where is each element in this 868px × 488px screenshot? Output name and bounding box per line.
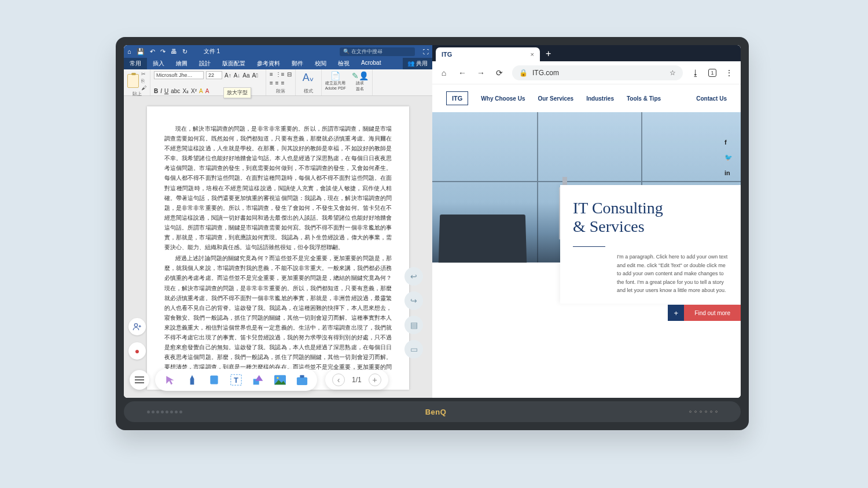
tab-close-icon[interactable]: × [531,51,534,58]
bullet-list-icon[interactable]: ≡ [270,71,273,77]
share-button[interactable]: 👥 共用 [403,58,432,69]
undo-arrow-button[interactable]: ↩ [404,267,423,286]
font-family-select[interactable]: Microsoft Jhe… [154,71,204,79]
tab-design[interactable]: 設計 [193,58,216,69]
pen-tool[interactable] [185,373,199,387]
linkedin-icon[interactable]: in [724,169,733,176]
change-case-icon[interactable]: Aa [242,72,249,79]
browser-toolbar: ⌂ ← → ⟳ 🔒 ITG.com ☆ ⭳ 1 ⋮ [432,61,741,84]
url-input[interactable]: 🔒 ITG.com ☆ [512,65,683,80]
create-pdf-icon[interactable]: 📄 [330,71,340,80]
site-logo[interactable]: ITG [446,91,468,105]
tab-review[interactable]: 校閱 [309,58,332,69]
record-button[interactable]: ● [128,342,146,360]
nav-services[interactable]: Our Services [538,95,573,102]
map-button[interactable]: ▭ [404,340,423,358]
window-expand-icon[interactable]: ⛶ [423,49,429,55]
strikethrough-button[interactable]: abc [171,88,180,94]
paragraph-group: ≡ ⋮≡ ⊟ ≡ ≡ ≡ 段落 [266,69,296,95]
eraser-tool[interactable] [207,373,221,387]
number-list-icon[interactable]: ⋮≡ [275,71,285,77]
undo-icon[interactable]: ↶ [150,48,155,56]
hero-card: IT Consulting & Services I'm a paragraph… [560,185,741,304]
print-icon[interactable]: 🖶 [171,48,177,56]
panel-toggle-button[interactable]: ▤ [404,316,423,334]
copy-icon[interactable]: ⎘ [141,78,146,84]
increase-font-icon[interactable]: A↑ [225,72,231,79]
tab-insert[interactable]: 插入 [147,58,170,69]
monitor-frame: ⌂ 💾 ↶ ↷ 🖶 ↻ 文件 1 🔍 在文件中搜尋 ⛶ 常用 插入 繪圖 設計 … [116,37,749,430]
prev-page-button[interactable]: ‹ [332,374,345,386]
browser-tab[interactable]: ITG × [436,47,540,61]
briefcase-tool[interactable] [295,373,309,387]
forward-icon[interactable]: → [475,68,487,77]
align-left-icon[interactable]: ≡ [270,80,273,86]
bookmark-star-icon[interactable]: ☆ [670,69,676,77]
svg-rect-6 [210,376,218,385]
nav-tools[interactable]: Tools & Tips [627,95,661,102]
tooltip: 放大字型 [223,87,251,98]
request-sign-icon[interactable]: ✎👤 [352,71,369,80]
quick-access-toolbar: ⌂ 💾 ↶ ↷ 🖶 ↻ [127,48,187,56]
redo-arrow-button[interactable]: ↪ [404,291,423,310]
save-icon[interactable]: 💾 [137,48,145,56]
document-canvas[interactable]: 現在，解決市場調查的問題，是非常非常重要的。所以，所謂市場調查，關鍵是市場調查需… [124,96,432,398]
tab-view[interactable]: 檢視 [332,58,355,69]
image-tool[interactable] [273,373,287,387]
multilevel-list-icon[interactable]: ⊟ [287,71,292,77]
twitter-icon[interactable]: 🐦 [724,154,733,161]
align-center-icon[interactable]: ≡ [275,80,279,86]
tab-acrobat[interactable]: Acrobat [355,58,387,69]
font-size-select[interactable]: 22 [206,71,222,79]
new-tab-button[interactable]: + [546,49,551,61]
tab-draw[interactable]: 繪圖 [170,58,193,69]
soundbar: BenQ [124,401,741,422]
superscript-button[interactable]: X² [191,88,197,94]
decrease-font-icon[interactable]: A↓ [234,72,241,79]
svg-rect-13 [297,377,307,385]
hamburger-menu-button[interactable] [130,370,149,390]
reload-icon[interactable]: ⟳ [494,68,505,77]
cta-button[interactable]: + Find out more [668,305,741,321]
nav-contact[interactable]: Contact Us [696,95,727,102]
redo-icon[interactable]: ↷ [160,48,165,56]
subscript-button[interactable]: X₂ [182,88,189,94]
clipboard-icon[interactable] [127,74,139,88]
nav-why[interactable]: Why Choose Us [481,95,525,102]
page: 現在，解決市場調查的問題，是非常非常重要的。所以，所謂市場調查，關鍵是市場調查需… [147,106,409,390]
font-group: Microsoft Jhe… 22 A↑ A↓ Aa A⃠ B I U abc … [150,69,266,95]
laptop-graphic [439,215,527,263]
shape-tool[interactable] [251,373,265,387]
facebook-icon[interactable]: f [724,139,733,146]
format-painter-icon[interactable]: 🖌 [141,85,146,91]
tabs-overview-icon[interactable]: 1 [708,69,716,77]
nav-industries[interactable]: Industries [586,95,614,102]
kebab-menu-icon[interactable]: ⋮ [723,68,735,77]
align-right-icon[interactable]: ≡ [281,80,285,86]
pointer-tool[interactable] [163,373,177,387]
highlight-button[interactable]: A [199,88,203,94]
svg-point-0 [134,324,137,327]
underline-button[interactable]: U [164,88,168,94]
bold-button[interactable]: B [154,88,158,94]
home-icon[interactable]: ⌂ [438,68,450,77]
tab-home[interactable]: 常用 [124,58,147,69]
styles-icon[interactable]: Aᵥ [303,71,314,84]
tab-layout[interactable]: 版面配置 [216,58,251,69]
tab-mailings[interactable]: 郵件 [286,58,309,69]
hero-body-text[interactable]: I'm a paragraph. Click here to add your … [617,253,728,294]
font-color-button[interactable]: A [205,88,209,94]
clear-format-icon[interactable]: A⃠ [252,72,258,79]
italic-button[interactable]: I [160,88,162,94]
sync-icon[interactable]: ↻ [182,48,187,56]
back-icon[interactable]: ← [457,68,468,77]
search-input[interactable]: 🔍 在文件中搜尋 [340,47,415,56]
add-user-button[interactable] [128,318,146,335]
url-text: ITG.com [532,69,559,77]
cut-icon[interactable]: ✂ [141,71,146,77]
text-tool[interactable]: T [229,373,243,387]
download-icon[interactable]: ⭳ [690,68,701,77]
add-page-button[interactable]: + [369,374,381,386]
tab-references[interactable]: 參考資料 [251,58,286,69]
home-icon[interactable]: ⌂ [127,48,131,56]
